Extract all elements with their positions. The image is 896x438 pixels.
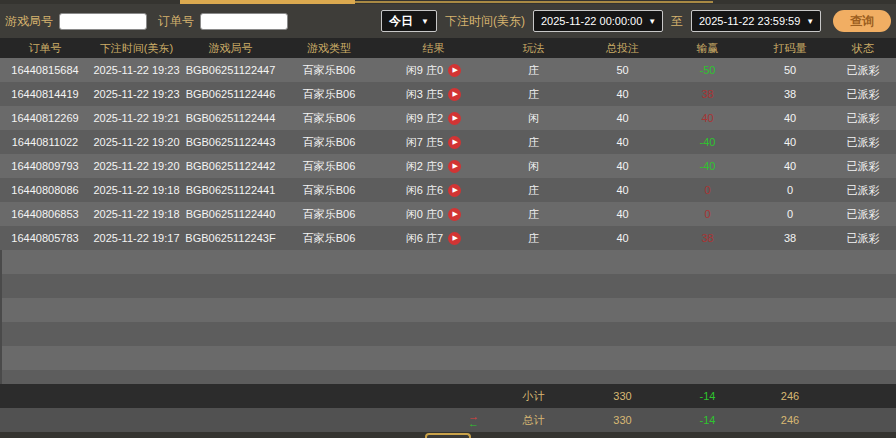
- header-win-loss: 输赢: [665, 41, 750, 56]
- table-header: 订单号 下注时间(美东) 游戏局号 游戏类型 结果 玩法 总投注 输赢 打码量 …: [0, 38, 896, 58]
- play-icon[interactable]: ▶: [448, 88, 461, 101]
- result-cell: 闲6 庄7 ▶: [380, 231, 487, 246]
- subtotal-win-loss: -14: [665, 390, 750, 402]
- game-type-cell: 百家乐B06: [278, 183, 380, 198]
- game-type-cell: 百家乐B06: [278, 111, 380, 126]
- result-text: 闲3 庄5: [406, 87, 443, 102]
- status-cell: 已派彩: [830, 87, 896, 102]
- toolbar-right-group: 今日 ▼ 下注时间(美东) 2025-11-22 00:00:00 ▼ 至 20…: [381, 10, 891, 32]
- win-loss-cell: 0: [665, 184, 750, 196]
- game-type-cell: 百家乐B06: [278, 135, 380, 150]
- order-no-cell: 16440814419: [0, 88, 90, 100]
- order-no-input[interactable]: [200, 13, 288, 30]
- result-cell: 闲9 庄0 ▶: [380, 63, 487, 78]
- order-no-cell: 16440815684: [0, 64, 90, 76]
- bet-time-cell: 2025-11-22 19:18: [90, 208, 183, 220]
- header-play: 玩法: [487, 41, 580, 56]
- game-round-input[interactable]: [59, 13, 147, 30]
- round-no-cell: BGB06251122447: [183, 64, 278, 76]
- table-row: 16440805783 2025-11-22 19:17 BGB06251122…: [0, 226, 896, 250]
- play-icon[interactable]: ▶: [448, 208, 461, 221]
- play-icon[interactable]: ▶: [448, 64, 461, 77]
- result-cell: 闲9 庄2 ▶: [380, 111, 487, 126]
- win-loss-cell: -40: [665, 136, 750, 148]
- date-range-value: 今日: [389, 13, 413, 30]
- inactive-tab-edge[interactable]: [355, 1, 713, 4]
- end-time-value: 2025-11-22 23:59:59: [699, 15, 800, 27]
- to-label: 至: [671, 13, 683, 30]
- result-cell: 闲3 庄5 ▶: [380, 87, 487, 102]
- bottom-strip: [0, 432, 896, 438]
- total-bet-cell: 40: [580, 160, 665, 172]
- play-icon[interactable]: ▶: [448, 136, 461, 149]
- table-body: 16440815684 2025-11-22 19:23 BGB06251122…: [0, 58, 896, 250]
- round-no-cell: BGB0625112243F: [183, 232, 278, 244]
- end-time-select[interactable]: 2025-11-22 23:59:59 ▼: [691, 10, 821, 32]
- active-tab-edge[interactable]: [180, 0, 355, 4]
- status-cell: 已派彩: [830, 231, 896, 246]
- turnover-cell: 38: [750, 232, 830, 244]
- play-icon[interactable]: ▶: [448, 112, 461, 125]
- total-bet-cell: 40: [580, 184, 665, 196]
- play-icon[interactable]: ▶: [448, 184, 461, 197]
- bet-time-cell: 2025-11-22 19:23: [90, 64, 183, 76]
- header-status: 状态: [830, 41, 896, 56]
- result-cell: 闲7 庄5 ▶: [380, 135, 487, 150]
- status-cell: 已派彩: [830, 159, 896, 174]
- play-cell: 闲: [487, 111, 580, 126]
- header-total-bet: 总投注: [580, 41, 665, 56]
- status-cell: 已派彩: [830, 111, 896, 126]
- table-row: 16440808086 2025-11-22 19:18 BGB06251122…: [0, 178, 896, 202]
- header-result: 结果: [380, 41, 487, 56]
- result-text: 闲6 庄6: [406, 183, 443, 198]
- total-bet-cell: 40: [580, 208, 665, 220]
- game-type-cell: 百家乐B06: [278, 207, 380, 222]
- order-no-cell: 16440805783: [0, 232, 90, 244]
- order-no-label: 订单号: [158, 13, 194, 30]
- query-button[interactable]: 查询: [833, 10, 891, 32]
- game-type-cell: 百家乐B06: [278, 63, 380, 78]
- status-cell: 已派彩: [830, 207, 896, 222]
- result-text: 闲2 庄9: [406, 159, 443, 174]
- table-row: 16440812269 2025-11-22 19:21 BGB06251122…: [0, 106, 896, 130]
- header-round-no: 游戏局号: [183, 41, 278, 56]
- status-cell: 已派彩: [830, 63, 896, 78]
- table-row: 16440811022 2025-11-22 19:20 BGB06251122…: [0, 130, 896, 154]
- turnover-cell: 38: [750, 88, 830, 100]
- total-bet-cell: 40: [580, 232, 665, 244]
- turnover-cell: 0: [750, 184, 830, 196]
- round-no-cell: BGB06251122443: [183, 136, 278, 148]
- table-row: 16440809793 2025-11-22 19:20 BGB06251122…: [0, 154, 896, 178]
- total-bet-cell: 40: [580, 112, 665, 124]
- subtotal-total-bet: 330: [580, 390, 665, 402]
- header-bet-time: 下注时间(美东): [90, 41, 183, 56]
- play-icon[interactable]: ▶: [448, 160, 461, 173]
- bet-time-cell: 2025-11-22 19:21: [90, 112, 183, 124]
- status-cell: 已派彩: [830, 135, 896, 150]
- win-loss-cell: 38: [665, 88, 750, 100]
- bet-time-cell: 2025-11-22 19:20: [90, 160, 183, 172]
- header-turnover: 打码量: [750, 41, 830, 56]
- result-text: 闲7 庄5: [406, 135, 443, 150]
- table-row: 16440806853 2025-11-22 19:18 BGB06251122…: [0, 202, 896, 226]
- subtotal-row: 小计 330 -14 246: [0, 384, 896, 408]
- total-row: → ← 总计 330 -14 246: [0, 408, 896, 432]
- pagination-partial[interactable]: [425, 433, 471, 438]
- total-bet-cell: 40: [580, 136, 665, 148]
- round-no-cell: BGB06251122444: [183, 112, 278, 124]
- start-time-select[interactable]: 2025-11-22 00:00:00 ▼: [533, 10, 663, 32]
- total-label: 总计: [487, 413, 580, 428]
- game-type-cell: 百家乐B06: [278, 87, 380, 102]
- date-range-select[interactable]: 今日 ▼: [381, 10, 437, 32]
- chevron-down-icon: ▼: [648, 17, 656, 26]
- turnover-cell: 40: [750, 136, 830, 148]
- table-row: 16440814419 2025-11-22 19:23 BGB06251122…: [0, 82, 896, 106]
- play-icon[interactable]: ▶: [448, 232, 461, 245]
- turnover-cell: 0: [750, 208, 830, 220]
- swap-arrows-icon[interactable]: → ←: [468, 413, 479, 427]
- header-order-no: 订单号: [0, 41, 90, 56]
- order-no-cell: 16440806853: [0, 208, 90, 220]
- round-no-cell: BGB06251122446: [183, 88, 278, 100]
- result-cell: 闲2 庄9 ▶: [380, 159, 487, 174]
- play-cell: 庄: [487, 207, 580, 222]
